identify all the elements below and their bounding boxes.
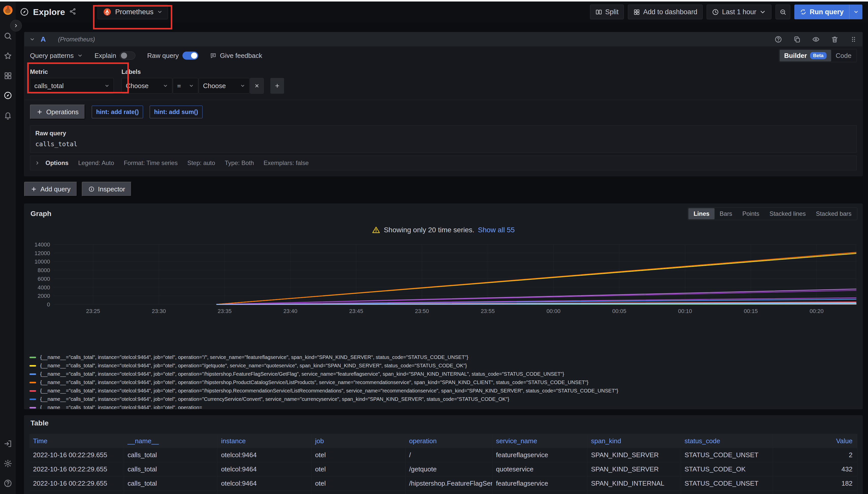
comment-icon xyxy=(210,52,217,59)
table-cell: 2022-10-16 00:22:29.655 xyxy=(30,476,124,491)
builder-label: Builder xyxy=(784,52,807,60)
label-value-placeholder: Choose xyxy=(203,82,226,90)
label-name-select[interactable]: Choose xyxy=(122,78,172,94)
sidebar-settings-icon[interactable] xyxy=(3,459,13,468)
column-header-instance[interactable]: instance xyxy=(217,434,311,448)
sidebar-expand-button[interactable] xyxy=(10,20,22,32)
metric-field: Metric calls_total xyxy=(30,68,114,94)
add-label-filter-button[interactable] xyxy=(270,78,284,94)
graph-mode-stacked-lines[interactable]: Stacked lines xyxy=(764,208,811,219)
operations-button[interactable]: Operations xyxy=(30,104,85,119)
show-all-series-link[interactable]: Show all 55 xyxy=(478,226,515,234)
sidebar-dashboards-icon[interactable] xyxy=(3,71,13,80)
column-header-job[interactable]: job xyxy=(311,434,405,448)
sidebar-starred-icon[interactable] xyxy=(3,51,13,60)
column-header-time[interactable]: Time xyxy=(30,434,124,448)
sidebar-help-icon[interactable] xyxy=(3,479,13,488)
code-mode-tab[interactable]: Code xyxy=(831,50,856,61)
table-cell: otelcol:9464 xyxy=(217,476,311,491)
explain-toggle[interactable] xyxy=(120,52,135,60)
inspector-button[interactable]: Inspector xyxy=(82,182,132,196)
drag-handle-icon[interactable] xyxy=(850,36,857,43)
sidebar-explore-icon[interactable] xyxy=(3,91,13,100)
split-button[interactable]: Split xyxy=(590,4,624,19)
y-axis-tick-label: 10000 xyxy=(35,259,50,265)
graph-mode-lines[interactable]: Lines xyxy=(688,208,715,219)
legend-item[interactable]: {__name__="calls_total", instance="otelc… xyxy=(30,403,857,409)
column-header-span-kind[interactable]: span_kind xyxy=(587,434,681,448)
metric-value: calls_total xyxy=(34,82,64,90)
query-actions: Add query Inspector xyxy=(24,182,863,196)
graph-mode-points[interactable]: Points xyxy=(737,208,764,219)
legend-item[interactable]: {__name__="calls_total", instance="otelc… xyxy=(30,395,857,403)
legend-item[interactable]: {__name__="calls_total", instance="otelc… xyxy=(30,353,857,361)
table-cell: otel xyxy=(311,491,405,494)
legend-label: {__name__="calls_total", instance="otelc… xyxy=(40,388,618,394)
column-header-operation[interactable]: operation xyxy=(405,434,492,448)
options-summary-item: Legend: Auto xyxy=(78,159,114,167)
query-help-icon[interactable] xyxy=(775,36,782,43)
table-cell: featureflagservice xyxy=(492,476,587,491)
collapse-chevron-icon[interactable] xyxy=(30,37,35,42)
x-axis-tick-label: 00:10 xyxy=(678,308,692,314)
legend-item[interactable]: {__name__="calls_total", instance="otelc… xyxy=(30,387,857,395)
raw-query-toggle[interactable] xyxy=(182,52,198,60)
datasource-name: Prometheus xyxy=(115,8,153,16)
builder-mode-tab[interactable]: Builder Beta xyxy=(780,50,831,61)
graph-mode-stacked-bars[interactable]: Stacked bars xyxy=(811,208,856,219)
time-range-label: Last 1 hour xyxy=(722,8,756,16)
grafana-app: Explore Prometheus Split Add to dashboar… xyxy=(0,1,868,494)
metric-select[interactable]: calls_total xyxy=(30,78,114,94)
split-label: Split xyxy=(605,8,619,16)
give-feedback-link[interactable]: Give feedback xyxy=(210,52,262,60)
column-header-value[interactable]: Value xyxy=(773,434,857,448)
legend-item[interactable]: {__name__="calls_total", instance="otelc… xyxy=(30,378,857,387)
chevron-down-icon xyxy=(189,83,194,88)
graph-panel: Graph LinesBarsPointsStacked linesStacke… xyxy=(24,204,863,409)
legend-item[interactable]: {__name__="calls_total", instance="otelc… xyxy=(30,370,857,378)
datasource-picker[interactable]: Prometheus xyxy=(97,4,168,19)
run-query-button[interactable]: Run query xyxy=(794,4,863,19)
add-query-button[interactable]: Add query xyxy=(24,182,77,196)
series-limit-warning-text: Showing only 20 time series. xyxy=(384,226,474,234)
column-header---name--[interactable]: __name__ xyxy=(124,434,217,448)
duplicate-query-icon[interactable] xyxy=(793,36,801,43)
options-summary-item: Exemplars: false xyxy=(264,159,308,167)
column-header-status-code[interactable]: status_code xyxy=(681,434,773,448)
sidebar-alerting-icon[interactable] xyxy=(3,111,13,120)
graph-mode-bars[interactable]: Bars xyxy=(715,208,737,219)
remove-label-filter-button[interactable] xyxy=(250,78,264,94)
query-patterns-dropdown[interactable]: Query patterns xyxy=(30,52,83,60)
raw-query-label: Raw query xyxy=(35,130,851,137)
table-cell: calls_total xyxy=(124,448,217,462)
y-axis-tick-label: 8000 xyxy=(38,267,50,273)
timeseries-chart[interactable]: 0200040006000800010000120001400023:2523:… xyxy=(30,239,857,318)
table-cell: STATUS_CODE_OK xyxy=(681,462,773,476)
options-row[interactable]: Options Legend: AutoFormat: Time seriesS… xyxy=(30,156,857,170)
hide-query-icon[interactable] xyxy=(812,36,820,43)
table-cell: 2022-10-16 00:22:29.655 xyxy=(30,491,124,494)
x-axis-tick-label: 00:05 xyxy=(612,308,626,314)
remove-query-icon[interactable] xyxy=(831,36,838,43)
label-operator-select[interactable]: = xyxy=(173,78,198,94)
close-icon xyxy=(254,83,260,89)
run-query-interval-caret[interactable] xyxy=(849,4,863,19)
explore-compass-icon xyxy=(20,7,29,17)
label-value-select[interactable]: Choose xyxy=(199,78,250,94)
results-table: Time__name__instancejoboperationservice_… xyxy=(30,434,857,494)
legend-item[interactable]: {__name__="calls_total", instance="otelc… xyxy=(30,361,857,370)
column-header-service-name[interactable]: service_name xyxy=(492,434,587,448)
add-to-dashboard-button[interactable]: Add to dashboard xyxy=(628,4,703,19)
grafana-logo-icon[interactable] xyxy=(2,4,14,16)
options-summary-item: Type: Both xyxy=(225,159,254,167)
hint-add-rate-button[interactable]: hint: add rate() xyxy=(92,106,143,118)
time-range-picker[interactable]: Last 1 hour xyxy=(707,4,772,19)
table-cell: 621 xyxy=(773,491,857,494)
sidebar-search-icon[interactable] xyxy=(3,32,13,41)
share-icon[interactable] xyxy=(69,8,76,16)
options-expand-chevron-icon[interactable] xyxy=(35,160,40,166)
zoom-out-button[interactable] xyxy=(776,4,790,19)
sidebar-signin-icon[interactable] xyxy=(3,439,13,448)
query-row-header[interactable]: A (Prometheus) xyxy=(24,32,863,46)
hint-add-sum-button[interactable]: hint: add sum() xyxy=(150,106,202,118)
